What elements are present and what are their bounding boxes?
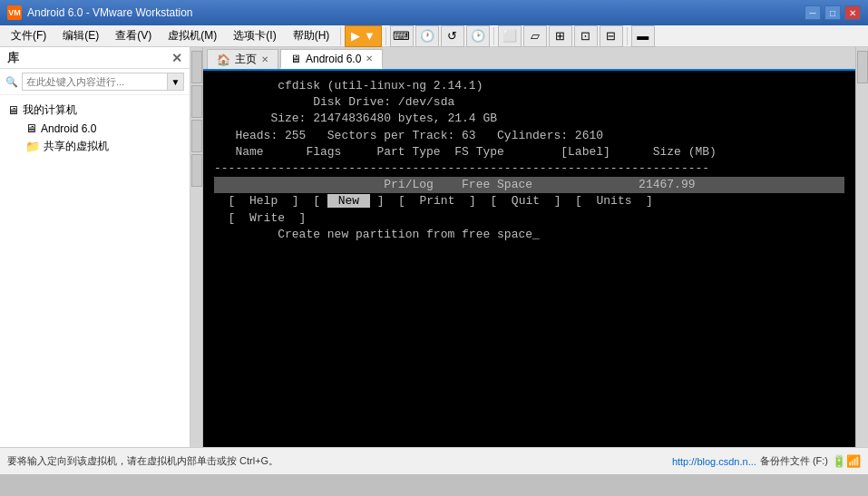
bottom-bar: 要将输入定向到该虚拟机，请在虚拟机内部单击或按 Ctrl+G。 http://b… [0,447,868,474]
toolbar-snapshot[interactable]: 🕐 [415,25,439,47]
terminal-line: Disk Drive: /dev/sda [214,94,844,111]
window-title: Android 6.0 - VMware Workstation [27,6,805,19]
minimize-button[interactable]: ─ [805,5,821,20]
menu-file[interactable]: 文件(F) [4,26,54,45]
right-side-tab-1[interactable] [857,51,868,83]
sidebar-android60-label: Android 6.0 [41,122,96,135]
search-dropdown-button[interactable]: ▼ [168,73,184,91]
menu-edit[interactable]: 编辑(E) [55,26,106,45]
vm-icon: 🖥 [25,122,37,135]
side-tab-4[interactable] [191,154,202,187]
toolbar-play[interactable]: ▶ ▼ [345,25,381,47]
menu-tabs[interactable]: 选项卡(I) [226,26,283,45]
maximize-button[interactable]: □ [824,5,841,20]
terminal-line: [ Help ] [ New ] [ Print ] [ Quit ] [ Un… [214,193,844,209]
toolbar-console[interactable]: ▬ [631,25,655,47]
side-tab-1[interactable] [191,51,202,83]
menu-bar: 文件(F) 编辑(E) 查看(V) 虚拟机(M) 选项卡(I) 帮助(H) ▶ … [0,25,868,47]
toolbar-sep2 [493,27,494,45]
toolbar-unity[interactable]: ▱ [523,25,547,47]
tab-home-icon: 🏠 [217,53,230,66]
toolbar-fullscreen[interactable]: ⬜ [498,25,522,47]
search-icon: 🔍 [5,76,18,88]
menu-view[interactable]: 查看(V) [108,26,159,45]
terminal-line: Pri/Log Free Space 21467.99 [214,177,844,193]
toolbar-sep1 [385,27,386,45]
tab-home-close[interactable]: ✕ [261,54,268,64]
tab-android60-close[interactable]: ✕ [366,53,373,63]
close-button[interactable]: ✕ [844,5,861,20]
status-message: 要将输入定向到该虚拟机，请在虚拟机内部单击或按 Ctrl+G。 [7,454,278,468]
terminal-line: Size: 21474836480 bytes, 21.4 GB [214,111,844,127]
side-tab-2[interactable] [191,85,202,118]
terminal-line: cfdisk (util-linux-ng 2.14.1) [214,78,844,94]
toolbar-snapshot2[interactable]: 🕑 [466,25,490,47]
terminal-line: Name Flags Part Type FS Type [Label] Siz… [214,144,844,160]
main-layout: 库 ✕ 🔍 ▼ 🖥 我的计算机 🖥 Android 6.0 📁 共享的虚拟机 [0,47,868,447]
terminal-line: [ Write ] [214,210,844,227]
new-button-highlight[interactable]: New [327,194,370,208]
tab-home[interactable]: 🏠 主页 ✕ [207,49,278,69]
title-bar: VM Android 6.0 - VMware Workstation ─ □ … [0,0,868,25]
sidebar-close-button[interactable]: ✕ [171,51,182,65]
backup-drive-label: 备份件文件 (F:) [760,454,828,468]
toolbar-view2[interactable]: ⊡ [574,25,598,47]
menu-vm[interactable]: 虚拟机(M) [161,26,224,45]
toolbar-sep3 [627,27,628,45]
tab-bar: 🏠 主页 ✕ 🖥 Android 6.0 ✕ [203,47,855,71]
tab-android60-icon: 🖥 [290,53,301,65]
sidebar-tree: 🖥 我的计算机 🖥 Android 6.0 📁 共享的虚拟机 [0,95,190,161]
sidebar-item-my-computer[interactable]: 🖥 我的计算机 [4,101,186,120]
side-tab-3[interactable] [191,120,202,152]
search-input[interactable] [22,73,168,91]
side-tabs [190,47,203,447]
toolbar-view[interactable]: ⊞ [549,25,572,47]
shared-icon: 📁 [25,140,40,153]
toolbar-revert[interactable]: ↺ [441,25,464,47]
terminal-line: Create new partition from free space_ [214,227,844,243]
tab-android60-label: Android 6.0 [306,53,361,65]
terminal-line: ----------------------------------------… [214,160,844,177]
system-tray-icons: 🔋📶 [832,454,861,468]
toolbar-view3[interactable]: ⊟ [600,25,623,47]
toolbar-send-ctrl-alt-del[interactable]: ⌨ [390,25,414,47]
sidebar-header: 库 ✕ [0,47,190,69]
right-side-tabs [855,47,868,447]
terminal-screen[interactable]: cfdisk (util-linux-ng 2.14.1) Disk Drive… [203,71,855,447]
sidebar-my-computer-label: 我的计算机 [23,102,77,118]
sidebar-shared-vm-label: 共享的虚拟机 [44,139,109,154]
app-icon: VM [7,5,22,20]
sidebar-item-android60[interactable]: 🖥 Android 6.0 [22,120,186,137]
content-area: 🏠 主页 ✕ 🖥 Android 6.0 ✕ cfdisk (util-linu… [203,47,855,447]
sidebar-item-shared-vm[interactable]: 📁 共享的虚拟机 [22,137,186,156]
menu-separator [340,27,341,45]
menu-help[interactable]: 帮助(H) [286,26,337,45]
sidebar-title: 库 [7,50,19,66]
window-controls: ─ □ ✕ [805,5,861,20]
bottom-right: http://blog.csdn.n... 备份件文件 (F:) 🔋📶 [672,454,861,468]
sidebar: 库 ✕ 🔍 ▼ 🖥 我的计算机 🖥 Android 6.0 📁 共享的虚拟机 [0,47,190,447]
tab-home-label: 主页 [235,52,257,67]
terminal-line: Heads: 255 Sectors per Track: 63 Cylinde… [214,128,844,144]
computer-icon: 🖥 [7,103,19,117]
sidebar-search-bar: 🔍 ▼ [0,69,190,95]
csdn-link: http://blog.csdn.n... [672,456,756,467]
tab-android60[interactable]: 🖥 Android 6.0 ✕ [280,49,383,69]
